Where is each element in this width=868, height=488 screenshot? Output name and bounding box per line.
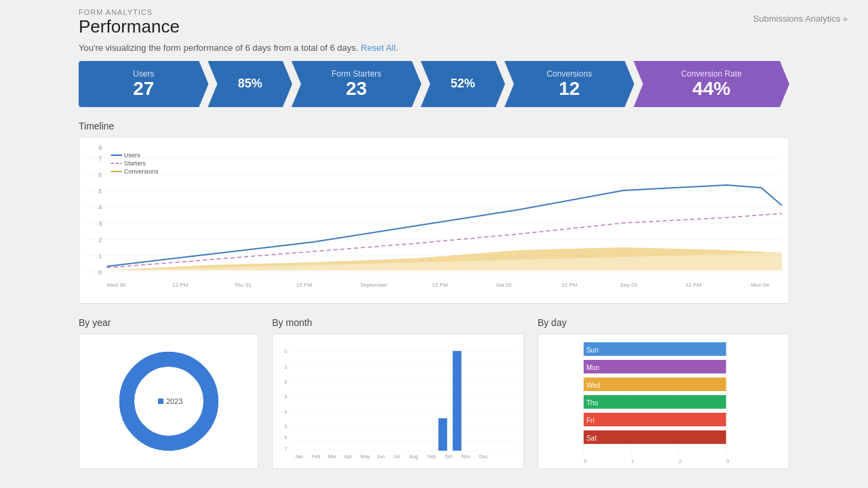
svg-text:2023: 2023 (166, 397, 182, 405)
header: FORM ANALYTICS Performance (0, 0, 868, 37)
svg-text:0: 0 (285, 348, 288, 354)
day-svg: 0 1 2 3 Sun Mon (544, 340, 783, 465)
svg-text:Sep 03: Sep 03 (620, 282, 637, 288)
timeline-chart-container: 0 1 2 3 4 5 6 7 8 Wed 30 12 PM Thu 31 12… (79, 137, 789, 304)
svg-text:Sep: Sep (427, 453, 436, 460)
svg-text:Sat 02: Sat 02 (496, 282, 512, 288)
svg-text:2: 2 (285, 379, 288, 385)
svg-text:Nov: Nov (462, 453, 471, 460)
svg-rect-83 (583, 378, 726, 391)
by-day-chart: 0 1 2 3 Sun Mon (538, 333, 789, 469)
stat-conversion-rate: Conversion Rate 44% (633, 61, 789, 107)
by-month-chart: 0 1 2 3 4 5 6 7 (272, 333, 524, 469)
stat-pct2: 52% (420, 61, 505, 107)
svg-text:7: 7 (98, 155, 102, 162)
svg-text:12 PM: 12 PM (296, 282, 313, 288)
by-year-chart: 2023 (79, 333, 258, 469)
donut-svg: 2023 (115, 347, 223, 455)
conversion-rate-value: 44% (692, 79, 730, 100)
svg-text:12 PM: 12 PM (686, 282, 702, 288)
svg-text:8: 8 (98, 144, 102, 151)
svg-text:7: 7 (285, 446, 288, 452)
by-day-section: By day 0 1 2 3 Sun (538, 317, 789, 469)
svg-text:Feb: Feb (312, 453, 321, 460)
users-value: 27 (133, 79, 154, 100)
svg-text:Mar: Mar (328, 453, 337, 460)
svg-text:2: 2 (98, 237, 102, 243)
svg-marker-29 (106, 247, 782, 270)
svg-text:Dec: Dec (479, 453, 488, 460)
conversions-label: Conversions (547, 69, 592, 79)
timeline-svg: 0 1 2 3 4 5 6 7 8 Wed 30 12 PM Thu 31 12… (86, 144, 782, 293)
timeline-title: Timeline (79, 121, 789, 131)
svg-text:September: September (360, 282, 387, 288)
svg-text:4: 4 (285, 409, 288, 415)
svg-rect-58 (453, 351, 462, 451)
svg-text:12 PM: 12 PM (172, 282, 189, 288)
svg-text:12 PM: 12 PM (561, 282, 578, 288)
svg-text:Jun: Jun (377, 453, 385, 460)
svg-rect-85 (583, 395, 726, 409)
svg-text:Jul: Jul (394, 453, 401, 460)
reset-all-link[interactable]: Reset All (361, 43, 395, 53)
svg-text:12 PM: 12 PM (432, 282, 448, 288)
page: Submissions Analytics » FORM ANALYTICS P… (0, 0, 868, 488)
stat-conversions: Conversions 12 (505, 61, 634, 107)
svg-text:Oct: Oct (445, 453, 452, 460)
svg-rect-39 (158, 399, 163, 404)
starters-value: 23 (346, 79, 367, 100)
svg-text:1: 1 (98, 253, 102, 260)
bottom-row: By year 2023 By month 0 1 2 (79, 317, 789, 469)
svg-text:0: 0 (98, 269, 102, 276)
stat-starters: Form Starters 23 (292, 61, 421, 107)
timeline-section: Timeline 0 1 2 3 4 5 6 7 8 (79, 121, 789, 304)
svg-text:3: 3 (726, 458, 729, 464)
svg-text:0: 0 (583, 458, 587, 464)
svg-text:Sun: Sun (586, 346, 598, 354)
svg-text:6: 6 (98, 171, 102, 178)
svg-text:Sat: Sat (586, 434, 596, 442)
svg-rect-79 (583, 342, 726, 356)
conversion-rate-label: Conversion Rate (681, 69, 741, 79)
svg-text:6: 6 (285, 434, 288, 441)
svg-text:Wed: Wed (586, 382, 599, 389)
submissions-analytics-link[interactable]: Submissions Analytics » (753, 14, 848, 24)
by-month-section: By month 0 1 2 3 4 5 6 7 (272, 317, 524, 469)
subtitle: You're visualizing the form performance … (79, 43, 789, 53)
svg-text:Thu: Thu (586, 399, 597, 407)
svg-text:Conversions: Conversions (124, 168, 159, 175)
pct1-value: 85% (238, 77, 262, 91)
svg-text:2: 2 (678, 458, 682, 464)
svg-rect-87 (583, 413, 726, 426)
svg-text:5: 5 (98, 188, 102, 195)
stat-users: Users 27 (79, 61, 208, 107)
svg-text:May: May (361, 453, 370, 460)
svg-text:Mon 04: Mon 04 (751, 282, 770, 288)
by-day-title: By day (538, 317, 789, 328)
stat-pct1: 85% (208, 61, 292, 107)
starters-label: Form Starters (332, 69, 381, 79)
svg-rect-57 (439, 418, 448, 451)
svg-text:4: 4 (98, 204, 102, 211)
brand-label: FORM ANALYTICS (79, 8, 789, 16)
svg-text:Thu 31: Thu 31 (234, 282, 252, 288)
pct2-value: 52% (451, 77, 475, 91)
page-title: Performance (79, 16, 789, 37)
stats-bar: Users 27 85% Form Starters 23 52% Conver… (79, 61, 789, 107)
month-svg: 0 1 2 3 4 5 6 7 (279, 341, 516, 466)
svg-text:3: 3 (98, 220, 102, 227)
svg-text:Mon: Mon (586, 364, 599, 371)
svg-text:1: 1 (285, 364, 288, 370)
svg-text:1: 1 (631, 458, 634, 464)
conversions-value: 12 (559, 79, 580, 100)
by-month-title: By month (272, 317, 524, 328)
svg-rect-89 (583, 430, 726, 444)
svg-text:Starters: Starters (124, 160, 146, 167)
by-year-title: By year (79, 317, 258, 328)
svg-text:Aug: Aug (410, 453, 418, 460)
users-label: Users (133, 69, 154, 79)
svg-text:5: 5 (285, 424, 288, 430)
svg-text:Apr: Apr (344, 453, 353, 460)
svg-text:Fri: Fri (586, 417, 594, 424)
svg-text:Wed 30: Wed 30 (106, 282, 125, 288)
